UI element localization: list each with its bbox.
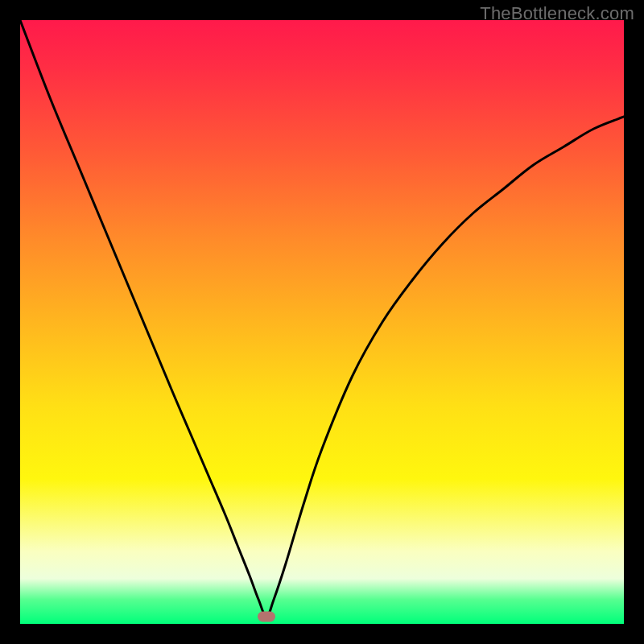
plot-area (20, 20, 624, 624)
bottleneck-curve (20, 20, 624, 617)
chart-frame: TheBottleneck.com (0, 0, 644, 644)
curve-svg (20, 20, 624, 624)
optimal-point-marker (258, 612, 275, 622)
